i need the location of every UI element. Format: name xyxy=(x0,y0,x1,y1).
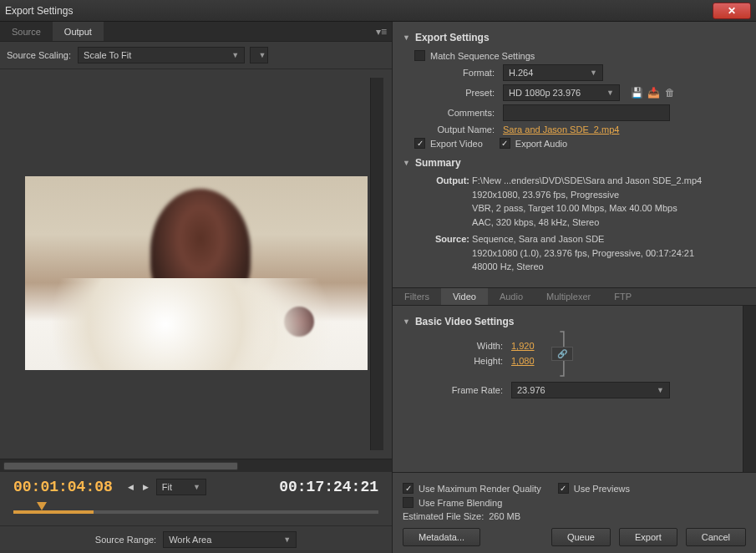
summary-source-label: Source: xyxy=(428,232,469,246)
titlebar: Export Settings ✕ xyxy=(0,0,756,22)
play-controls: ◀ ▶ Fit▼ xyxy=(126,479,206,495)
preset-select[interactable]: HD 1080p 23.976▼ xyxy=(503,84,620,101)
source-range-select[interactable]: Work Area▼ xyxy=(163,531,297,548)
framerate-value: 23.976 xyxy=(517,385,545,395)
preset-value: HD 1080p 23.976 xyxy=(509,88,581,98)
scaling-extra[interactable]: ▼ xyxy=(250,47,268,63)
outputname-link[interactable]: Sara and Jason SDE_2.mp4 xyxy=(503,124,619,134)
basic-video-header: ▼ Basic Video Settings xyxy=(403,312,733,331)
settings-tabs: Filters Video Audio Multiplexer FTP xyxy=(393,287,756,306)
match-sequence-checkbox[interactable] xyxy=(414,50,425,61)
preset-label: Preset: xyxy=(403,88,503,98)
tab-source[interactable]: Source xyxy=(0,22,53,41)
export-audio-checkbox[interactable] xyxy=(500,138,510,149)
frame-blending-label: Use Frame Blending xyxy=(419,498,502,508)
preview-scroll-v[interactable] xyxy=(370,78,383,450)
tab-video[interactable]: Video xyxy=(441,288,488,305)
est-size-label: Estimated File Size: xyxy=(403,511,484,521)
summary-output: Output: F:\New ...enders\DVD\SDE\Sara an… xyxy=(403,172,746,231)
comments-label: Comments: xyxy=(403,108,503,118)
summary-header-text: Summary xyxy=(415,157,461,169)
zoom-select[interactable]: Fit▼ xyxy=(156,479,206,495)
max-quality-label: Use Maximum Render Quality xyxy=(419,484,541,494)
summary-output-label: Output: xyxy=(428,174,469,188)
preview-scroll-h[interactable] xyxy=(0,459,392,472)
timeline-range[interactable] xyxy=(13,510,94,514)
match-sequence-label: Match Sequence Settings xyxy=(430,51,535,61)
preview-image xyxy=(25,176,368,370)
export-audio-label: Export Audio xyxy=(515,139,567,149)
preview-detail xyxy=(284,307,314,337)
export-button[interactable]: Export xyxy=(619,528,677,546)
comments-input[interactable] xyxy=(503,104,670,121)
est-size-value: 260 MB xyxy=(489,511,520,521)
settings-scroll-v[interactable] xyxy=(743,306,756,473)
format-select[interactable]: H.264▼ xyxy=(503,64,603,81)
width-value[interactable]: 1,920 xyxy=(511,341,535,351)
metadata-button[interactable]: Metadata... xyxy=(403,528,480,546)
summary-out-2: VBR, 2 pass, Target 10.00 Mbps, Max 40.0… xyxy=(472,203,677,213)
timecode-in[interactable]: 00:01:04:08 xyxy=(13,479,113,495)
max-quality-checkbox[interactable] xyxy=(403,483,414,494)
height-label: Height: xyxy=(403,356,511,366)
time-row: 00:01:04:08 ◀ ▶ Fit▼ 00:17:24:21 xyxy=(0,472,392,502)
summary-out-3: AAC, 320 kbps, 48 kHz, Stereo xyxy=(472,217,599,227)
summary-header: ▼ Summary xyxy=(403,154,746,172)
source-range-row: Source Range: Work Area▼ xyxy=(0,525,392,553)
queue-button[interactable]: Queue xyxy=(551,528,611,546)
format-value: H.264 xyxy=(509,68,533,78)
outputname-label: Output Name: xyxy=(403,124,503,134)
link-icon[interactable]: 🔗 xyxy=(551,347,573,361)
scaling-row: Source Scaling: Scale To Fit▼ ▼ xyxy=(0,42,392,69)
cancel-button[interactable]: Cancel xyxy=(686,528,746,546)
width-label: Width: xyxy=(403,341,511,351)
scaling-label: Source Scaling: xyxy=(7,50,71,60)
export-header-text: Export Settings xyxy=(415,32,490,43)
scaling-value: Scale To Fit xyxy=(84,50,131,60)
next-frame-icon[interactable]: ▶ xyxy=(141,482,151,492)
export-video-checkbox[interactable] xyxy=(414,138,425,149)
prev-frame-icon[interactable]: ◀ xyxy=(126,482,136,492)
window-title: Export Settings xyxy=(5,5,713,17)
twirl-icon[interactable]: ▼ xyxy=(403,317,410,326)
tab-output[interactable]: Output xyxy=(53,22,104,41)
source-range-label: Source Range: xyxy=(95,535,156,545)
right-pane: ▼ Export Settings Match Sequence Setting… xyxy=(393,22,756,553)
preview-tabs: Source Output ▾≡ xyxy=(0,22,392,42)
scaling-select[interactable]: Scale To Fit▼ xyxy=(78,47,245,63)
tab-filters[interactable]: Filters xyxy=(393,288,441,305)
summary-src-2: 48000 Hz, Stereo xyxy=(472,261,544,271)
framerate-select[interactable]: 23.976▼ xyxy=(511,382,670,398)
panel-menu-icon[interactable]: ▾≡ xyxy=(376,22,392,41)
export-video-label: Export Video xyxy=(430,139,483,149)
twirl-icon[interactable]: ▼ xyxy=(403,159,410,167)
tab-multiplexer[interactable]: Multiplexer xyxy=(535,288,602,305)
tab-audio[interactable]: Audio xyxy=(488,288,535,305)
timecode-out: 00:17:24:21 xyxy=(279,479,378,495)
main: Source Output ▾≡ Source Scaling: Scale T… xyxy=(0,22,756,553)
link-dimensions: ⎤ 🔗 ⎦ xyxy=(551,331,573,377)
delete-preset-icon[interactable]: 🗑 xyxy=(662,85,678,100)
twirl-icon[interactable]: ▼ xyxy=(403,33,410,42)
frame-blending-checkbox[interactable] xyxy=(403,497,414,508)
height-value[interactable]: 1,080 xyxy=(511,356,535,366)
tab-ftp[interactable]: FTP xyxy=(602,288,643,305)
video-settings-panel: ▼ Basic Video Settings Width: 1,920 Heig… xyxy=(393,306,743,473)
preview-area xyxy=(0,69,392,459)
use-previews-label: Use Previews xyxy=(574,484,630,494)
save-preset-icon[interactable]: 💾 xyxy=(628,85,645,100)
button-row: Metadata... Queue Export Cancel xyxy=(403,528,746,546)
import-preset-icon[interactable]: 📥 xyxy=(645,85,662,100)
use-previews-checkbox[interactable] xyxy=(558,483,569,494)
playhead-icon[interactable] xyxy=(37,502,47,512)
summary-src-0: Sequence, Sara and Jason SDE xyxy=(472,234,604,244)
basic-video-header-text: Basic Video Settings xyxy=(415,316,514,327)
summary-out-1: 1920x1080, 23.976 fps, Progressive xyxy=(472,190,619,200)
summary-source: Source: Sequence, Sara and Jason SDE 192… xyxy=(403,231,746,276)
timeline[interactable] xyxy=(13,502,378,520)
summary-src-1: 1920x1080 (1.0), 23.976 fps, Progressive… xyxy=(472,248,694,258)
close-button[interactable]: ✕ xyxy=(713,3,751,19)
export-settings-panel: ▼ Export Settings Match Sequence Setting… xyxy=(393,22,756,282)
export-header: ▼ Export Settings xyxy=(403,28,746,47)
left-pane: Source Output ▾≡ Source Scaling: Scale T… xyxy=(0,22,393,553)
